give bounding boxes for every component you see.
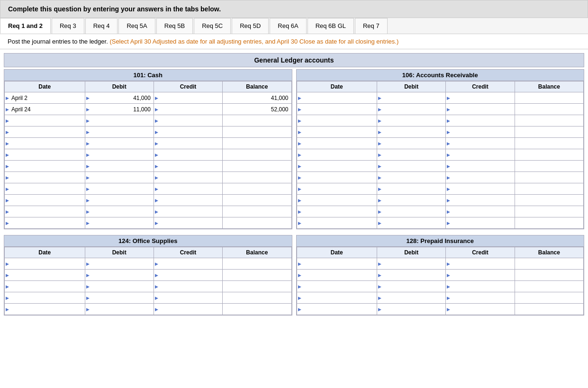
cell-date[interactable] <box>297 217 377 229</box>
cell-date[interactable] <box>5 183 85 195</box>
cell-credit[interactable] <box>446 161 515 172</box>
cell-credit[interactable] <box>446 149 515 161</box>
cell-date[interactable] <box>297 92 377 104</box>
cell-credit[interactable] <box>154 115 222 126</box>
cell-credit[interactable] <box>446 104 515 115</box>
cell-credit[interactable] <box>446 138 515 149</box>
cell-credit[interactable] <box>446 92 515 104</box>
cell-date[interactable] <box>5 126 85 138</box>
cell-date[interactable] <box>5 149 85 161</box>
cell-credit[interactable] <box>446 172 515 183</box>
cell-date[interactable] <box>5 281 85 292</box>
tab-req-1-2[interactable]: Req 1 and 2 <box>0 18 51 34</box>
cell-date[interactable] <box>5 138 85 149</box>
cell-debit[interactable] <box>85 270 154 281</box>
cell-credit[interactable] <box>446 304 515 315</box>
cell-credit[interactable] <box>154 195 222 206</box>
cell-credit[interactable] <box>446 217 515 229</box>
cell-date[interactable] <box>5 206 85 217</box>
tab-req-7[interactable]: Req 7 <box>355 18 388 34</box>
cell-credit[interactable] <box>154 172 222 183</box>
cell-date[interactable] <box>297 138 377 149</box>
cell-debit[interactable] <box>377 304 446 315</box>
cell-debit[interactable]: 11,000 <box>85 104 154 115</box>
cell-debit[interactable] <box>377 258 446 270</box>
cell-date[interactable]: April 2 <box>5 92 85 104</box>
cell-date[interactable] <box>297 281 377 292</box>
tab-req-3[interactable]: Req 3 <box>52 18 84 34</box>
cell-date[interactable] <box>297 195 377 206</box>
cell-date[interactable] <box>297 258 377 270</box>
tab-req-5b[interactable]: Req 5B <box>156 18 193 34</box>
tab-req-6a[interactable]: Req 6A <box>270 18 306 34</box>
cell-debit[interactable] <box>85 195 154 206</box>
cell-debit[interactable] <box>377 270 446 281</box>
cell-date[interactable] <box>297 183 377 195</box>
cell-debit[interactable] <box>85 217 154 229</box>
cell-debit[interactable] <box>85 172 154 183</box>
cell-credit[interactable] <box>154 149 222 161</box>
cell-debit[interactable] <box>85 138 154 149</box>
cell-date[interactable] <box>297 292 377 304</box>
cell-date[interactable] <box>5 258 85 270</box>
tab-req-6b-gl[interactable]: Req 6B GL <box>308 18 354 34</box>
cell-date[interactable] <box>297 270 377 281</box>
cell-debit[interactable] <box>85 206 154 217</box>
cell-debit[interactable] <box>377 292 446 304</box>
cell-debit[interactable] <box>85 292 154 304</box>
cell-credit[interactable] <box>446 115 515 126</box>
cell-date[interactable] <box>297 126 377 138</box>
cell-credit[interactable] <box>446 206 515 217</box>
cell-credit[interactable] <box>154 281 222 292</box>
cell-credit[interactable] <box>154 104 222 115</box>
cell-date[interactable] <box>5 115 85 126</box>
cell-credit[interactable] <box>154 126 222 138</box>
cell-credit[interactable] <box>446 258 515 270</box>
cell-credit[interactable] <box>154 92 222 104</box>
cell-debit[interactable] <box>377 115 446 126</box>
cell-date[interactable] <box>297 161 377 172</box>
tab-req-5a[interactable]: Req 5A <box>118 18 155 34</box>
cell-date[interactable] <box>5 217 85 229</box>
cell-debit[interactable] <box>377 149 446 161</box>
cell-date[interactable] <box>297 115 377 126</box>
cell-date[interactable] <box>5 304 85 315</box>
cell-debit[interactable] <box>377 206 446 217</box>
tab-req-4[interactable]: Req 4 <box>85 18 118 34</box>
cell-date[interactable] <box>5 161 85 172</box>
cell-date[interactable] <box>297 104 377 115</box>
cell-debit[interactable] <box>377 172 446 183</box>
cell-debit[interactable] <box>85 126 154 138</box>
cell-debit[interactable] <box>377 92 446 104</box>
cell-credit[interactable] <box>154 292 222 304</box>
cell-debit[interactable] <box>377 161 446 172</box>
cell-date[interactable] <box>297 304 377 315</box>
cell-date[interactable] <box>5 172 85 183</box>
cell-credit[interactable] <box>446 281 515 292</box>
cell-debit[interactable] <box>85 304 154 315</box>
cell-debit[interactable]: 41,000 <box>85 92 154 104</box>
cell-debit[interactable] <box>85 281 154 292</box>
cell-credit[interactable] <box>154 217 222 229</box>
cell-debit[interactable] <box>377 138 446 149</box>
cell-debit[interactable] <box>377 183 446 195</box>
cell-debit[interactable] <box>377 126 446 138</box>
cell-debit[interactable] <box>377 104 446 115</box>
cell-date[interactable] <box>297 206 377 217</box>
cell-debit[interactable] <box>377 281 446 292</box>
cell-credit[interactable] <box>154 270 222 281</box>
cell-debit[interactable] <box>377 217 446 229</box>
tab-req-5d[interactable]: Req 5D <box>232 18 269 34</box>
cell-credit[interactable] <box>154 138 222 149</box>
cell-debit[interactable] <box>85 183 154 195</box>
cell-debit[interactable] <box>377 195 446 206</box>
cell-debit[interactable] <box>85 149 154 161</box>
cell-credit[interactable] <box>446 270 515 281</box>
cell-date[interactable] <box>5 270 85 281</box>
tab-req-5c[interactable]: Req 5C <box>194 18 231 34</box>
cell-debit[interactable] <box>85 161 154 172</box>
cell-credit[interactable] <box>446 292 515 304</box>
cell-credit[interactable] <box>154 258 222 270</box>
cell-date[interactable] <box>5 292 85 304</box>
cell-debit[interactable] <box>85 258 154 270</box>
